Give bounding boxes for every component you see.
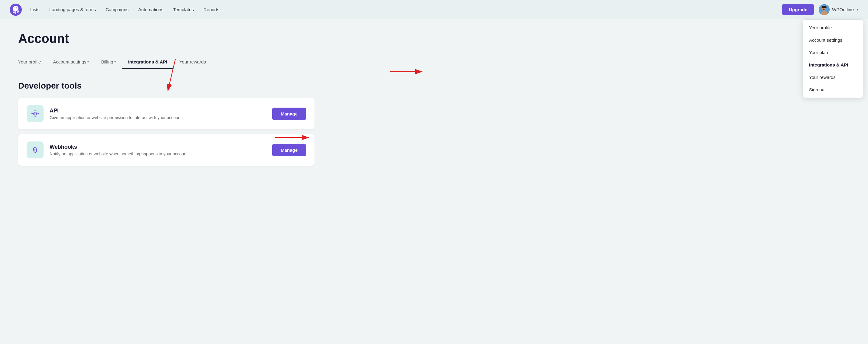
- tab-your-rewards[interactable]: Your rewards: [173, 56, 212, 69]
- dropdown-item-your-plan[interactable]: Your plan: [803, 46, 863, 59]
- tab-account-settings[interactable]: Account settings ▾: [47, 56, 95, 69]
- nav-item-lists[interactable]: Lists: [30, 7, 40, 12]
- svg-text:API: API: [33, 113, 37, 115]
- svg-rect-13: [31, 113, 33, 114]
- dropdown-item-account-settings[interactable]: Account settings: [803, 34, 863, 46]
- api-icon: API: [27, 105, 43, 122]
- navbar-right: Upgrade WPOutline ▾: [782, 4, 858, 15]
- svg-rect-12: [35, 116, 36, 117]
- account-tabs: Your profile Account settings ▾ Billing …: [18, 56, 314, 69]
- api-description: Give an application or website permissio…: [50, 115, 266, 120]
- webhooks-description: Notify an application or website when so…: [50, 151, 266, 156]
- webhooks-icon: [27, 142, 43, 158]
- webhooks-manage-button[interactable]: Manage: [272, 144, 306, 156]
- tab-your-profile[interactable]: Your profile: [18, 56, 47, 69]
- api-manage-button[interactable]: Manage: [272, 107, 306, 120]
- username-label: WPOutline: [832, 7, 854, 12]
- logo[interactable]: [10, 4, 22, 16]
- nav-item-automations[interactable]: Automations: [138, 7, 163, 12]
- webhooks-name: Webhooks: [50, 144, 266, 150]
- section-title-developer-tools: Developer tools: [18, 81, 314, 91]
- dropdown-item-sign-out[interactable]: Sign out: [803, 84, 863, 96]
- dropdown-item-integrations-api[interactable]: Integrations & API: [803, 59, 863, 71]
- account-settings-arrow: ▾: [87, 60, 89, 63]
- tab-integrations-api[interactable]: Integrations & API: [122, 56, 173, 69]
- billing-arrow: ▾: [114, 60, 116, 63]
- api-card: API API Give an application or website p…: [18, 98, 314, 129]
- chevron-down-icon: ▾: [857, 8, 858, 11]
- nav-item-templates[interactable]: Templates: [173, 7, 193, 12]
- svg-point-1: [13, 6, 19, 11]
- api-info: API Give an application or website permi…: [50, 107, 266, 120]
- nav-item-reports[interactable]: Reports: [204, 7, 220, 12]
- svg-point-2: [14, 7, 16, 8]
- upgrade-button[interactable]: Upgrade: [782, 4, 814, 15]
- nav-item-campaigns[interactable]: Campaigns: [105, 7, 128, 12]
- webhooks-info: Webhooks Notify an application or websit…: [50, 144, 266, 156]
- nav-items: Lists Landing pages & forms Campaigns Au…: [30, 7, 782, 12]
- navbar: Lists Landing pages & forms Campaigns Au…: [0, 0, 868, 19]
- page-title: Account: [18, 31, 314, 46]
- user-dropdown-menu: Your profile Account settings Your plan …: [803, 19, 863, 98]
- user-menu-trigger[interactable]: WPOutline ▾: [819, 4, 858, 15]
- svg-point-3: [16, 7, 17, 8]
- svg-point-8: [825, 8, 825, 8]
- svg-point-7: [823, 8, 824, 8]
- main-content: Account Your profile Account settings ▾ …: [0, 19, 333, 183]
- webhooks-card: Webhooks Notify an application or websit…: [18, 134, 314, 166]
- tab-billing[interactable]: Billing ▾: [95, 56, 122, 69]
- avatar: [819, 4, 830, 15]
- svg-rect-11: [35, 110, 36, 111]
- dropdown-item-your-profile[interactable]: Your profile: [803, 22, 863, 34]
- nav-item-landing[interactable]: Landing pages & forms: [49, 7, 96, 12]
- svg-rect-14: [37, 113, 39, 114]
- api-name: API: [50, 107, 266, 114]
- dropdown-item-your-rewards[interactable]: Your rewards: [803, 71, 863, 84]
